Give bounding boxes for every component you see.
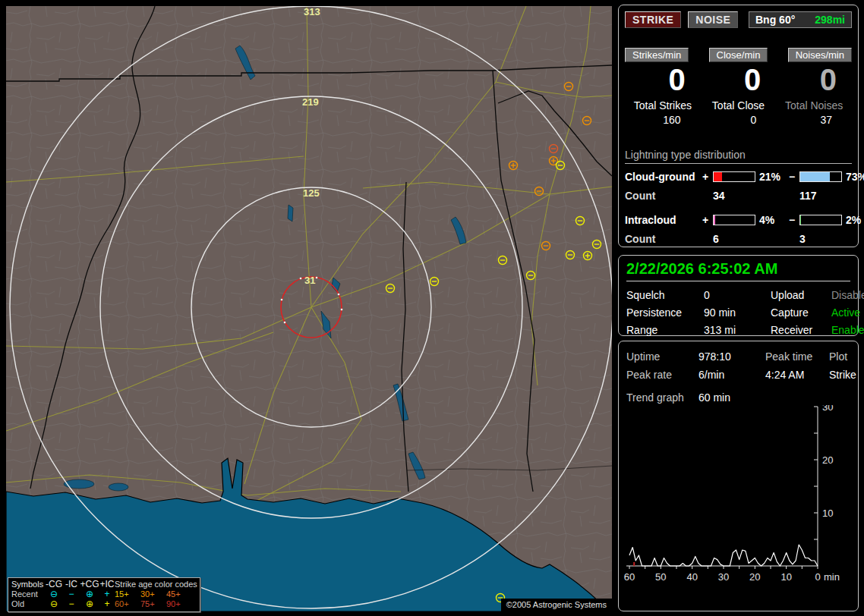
close-per-min-value: 0 xyxy=(701,63,777,96)
cg-count-label: Count xyxy=(625,190,713,202)
svg-text:30: 30 xyxy=(718,571,729,583)
ic-minus-pct: 2% xyxy=(842,214,864,226)
map-area[interactable]: 313 219 125 31 Symbols -CG -IC +CG +IC S… xyxy=(6,6,612,611)
svg-text:30: 30 xyxy=(822,405,833,413)
cloud-ground-label: Cloud-ground xyxy=(625,171,702,183)
svg-text:0: 0 xyxy=(815,571,820,583)
plus-sign: + xyxy=(702,171,713,183)
uptime-label: Uptime xyxy=(626,350,698,363)
cg-minus-count: 117 xyxy=(799,190,852,202)
cg-plus-count: 34 xyxy=(713,190,799,202)
age-code: 90+ xyxy=(166,599,192,609)
ring-label-31: 31 xyxy=(304,275,315,286)
cg-minus-bar xyxy=(799,171,842,182)
squelch-label: Squelch xyxy=(626,289,704,301)
svg-text:20: 20 xyxy=(822,454,833,466)
strikes-per-min-value: 0 xyxy=(625,63,701,96)
noises-per-min-button[interactable]: Noises/min xyxy=(788,48,852,62)
peak-time-label: Peak time xyxy=(765,350,829,363)
receiver-status: Enabled xyxy=(831,324,864,336)
svg-text:min: min xyxy=(824,571,840,583)
intracloud-label: Intracloud xyxy=(625,214,702,226)
peak-rate-label: Peak rate xyxy=(626,369,698,381)
status-panel: 2/22/2026 6:25:02 AM Squelch 0 Upload Di… xyxy=(618,255,859,336)
legend-row-recent: Recent xyxy=(11,589,45,599)
strike-mode-button[interactable]: STRIKE xyxy=(625,11,681,28)
cg-plus-pct: 21% xyxy=(755,171,789,183)
total-noises-value: 37 xyxy=(776,114,852,126)
plus-sign: + xyxy=(702,214,713,226)
trend-graph-chart: 1020306050403020100min xyxy=(622,405,850,596)
age-code: 15+ xyxy=(115,589,140,599)
datetime-display: 2/22/2026 6:25:02 AM xyxy=(626,260,850,281)
ring-label-219: 219 xyxy=(302,96,319,108)
age-code: 30+ xyxy=(140,589,166,599)
legend-row-old: Old xyxy=(11,599,45,609)
symbols-legend: Symbols -CG -IC +CG +IC Strike age color… xyxy=(8,577,200,612)
svg-text:60: 60 xyxy=(624,571,635,583)
capture-label: Capture xyxy=(771,306,831,319)
persistence-value: 90 min xyxy=(704,306,771,319)
bearing-readout: Bng 60° 298mi xyxy=(749,11,852,28)
svg-text:10: 10 xyxy=(822,508,833,519)
distribution-title: Lightning type distribution xyxy=(625,149,852,164)
capture-status: Active xyxy=(831,306,864,319)
ring-label-313: 313 xyxy=(304,6,320,17)
plus-icon: + xyxy=(99,599,115,609)
svg-text:40: 40 xyxy=(686,571,697,583)
uptime-value: 978:10 xyxy=(698,350,765,363)
minus-sign: − xyxy=(789,214,799,226)
trend-panel: Uptime 978:10 Peak time Plot Peak rate 6… xyxy=(618,341,859,611)
upload-status: Disabled xyxy=(831,289,864,301)
minus-sign: − xyxy=(789,171,799,183)
ic-plus-count: 6 xyxy=(713,233,799,245)
trend-graph-value: 60 min xyxy=(698,391,850,404)
range-value: 313 mi xyxy=(704,324,771,336)
legend-header: Symbols xyxy=(11,580,45,589)
receiver-label: Receiver xyxy=(771,324,831,336)
peak-rate-value: 6/min xyxy=(698,369,765,381)
range-label: Range xyxy=(626,324,704,336)
strike-map[interactable]: 313 219 125 31 xyxy=(6,6,612,611)
legend-age-header: Strike age color codes xyxy=(115,580,192,589)
svg-text:50: 50 xyxy=(655,571,666,583)
bearing-distance: 298mi xyxy=(815,14,845,26)
total-noises-label: Total Noises xyxy=(776,99,852,112)
minus-icon: − xyxy=(63,599,80,609)
trend-graph-label: Trend graph xyxy=(626,391,698,404)
noise-mode-button[interactable]: NOISE xyxy=(688,11,738,28)
copyright-label: ©2005 Astrogenic Systems xyxy=(501,599,612,611)
upload-label: Upload xyxy=(771,289,831,301)
total-strikes-label: Total Strikes xyxy=(625,99,701,112)
ic-plus-pct: 4% xyxy=(755,214,789,226)
strikes-per-min-button[interactable]: Strikes/min xyxy=(625,48,689,62)
age-code: 45+ xyxy=(166,589,192,599)
close-per-min-button[interactable]: Close/min xyxy=(709,48,768,62)
cg-minus-pct: 73% xyxy=(842,171,864,183)
ic-count-label: Count xyxy=(625,233,713,245)
persistence-label: Persistence xyxy=(626,306,704,319)
plot-label: Plot xyxy=(829,350,856,363)
age-code: 60+ xyxy=(115,599,140,609)
squelch-value: 0 xyxy=(704,289,771,301)
svg-text:10: 10 xyxy=(780,571,791,583)
ring-label-125: 125 xyxy=(303,187,320,199)
svg-text:20: 20 xyxy=(749,571,760,583)
peak-time-value: 4:24 AM xyxy=(765,369,829,381)
circle-plus-icon: ⊕ xyxy=(80,599,99,609)
circle-minus-icon: ⊖ xyxy=(45,599,63,609)
noises-per-min-value: 0 xyxy=(776,63,852,96)
ic-minus-count: 3 xyxy=(799,233,852,245)
plot-value: Strike xyxy=(829,369,856,381)
cg-plus-bar xyxy=(713,171,755,182)
total-close-value: 0 xyxy=(701,114,777,126)
total-strikes-value: 160 xyxy=(625,114,701,126)
counters-panel: STRIKE NOISE Bng 60° 298mi Strikes/min C… xyxy=(618,5,859,247)
ic-minus-bar xyxy=(799,215,842,225)
bearing-label: Bng 60° xyxy=(755,14,795,26)
ic-plus-bar xyxy=(713,215,755,225)
total-close-label: Total Close xyxy=(701,99,777,112)
age-code: 75+ xyxy=(140,599,166,609)
